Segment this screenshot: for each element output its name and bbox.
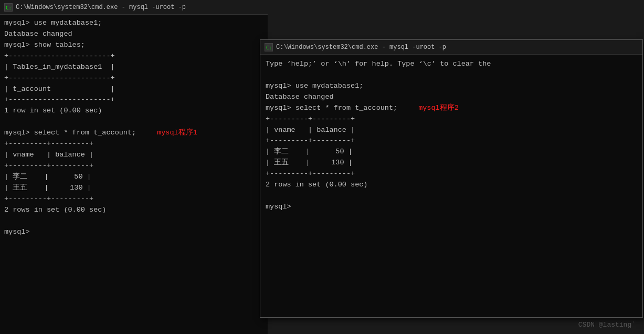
right-terminal-title: C:\Windows\system32\cmd.exe - mysql -uro… xyxy=(276,44,446,51)
left-line-18: 2 rows in set (0.00 sec) xyxy=(4,205,263,216)
cmd-icon-right: C:\ xyxy=(265,43,273,51)
right-line-7: +---------+---------+ xyxy=(266,135,637,147)
right-line-6: | vname | balance | xyxy=(266,125,637,136)
left-line-17: +---------+---------+ xyxy=(4,194,263,205)
left-terminal-title: C:\Windows\system32\cmd.exe - mysql -uro… xyxy=(16,4,186,11)
right-select-query: mysql> select * from t_account; xyxy=(266,103,397,114)
left-line-3: mysql> show tables; xyxy=(4,40,263,51)
left-select-query: mysql> select * from t_account; xyxy=(4,128,136,139)
left-terminal: C:\ C:\Windows\system32\cmd.exe - mysql … xyxy=(0,0,268,334)
left-line-11: mysql> select * from t_account; mysql程序1 xyxy=(4,128,263,139)
right-program-label: mysql程序2 xyxy=(418,103,459,114)
right-prompt: mysql> xyxy=(266,202,637,213)
svg-text:C:\: C:\ xyxy=(6,5,12,11)
left-line-6: +------------------------+ xyxy=(4,73,263,84)
left-line-1: mysql> use mydatabase1; xyxy=(4,18,263,29)
left-prompt: mysql> xyxy=(4,227,263,238)
left-line-4: +------------------------+ xyxy=(4,51,263,62)
right-line-1: Type ‘help;’ or ‘\h’ for help. Type ‘\c’… xyxy=(266,59,637,70)
right-line-blank2 xyxy=(266,191,637,202)
right-line-5: +---------+---------+ xyxy=(266,114,637,125)
left-terminal-body: mysql> use mydatabase1; Database changed… xyxy=(0,15,268,241)
left-line-7: | t_account | xyxy=(4,84,263,95)
left-line-2: Database changed xyxy=(4,29,263,40)
left-line-16: | 王五 | 130 | xyxy=(4,183,263,194)
left-line-15: | 李二 | 50 | xyxy=(4,172,263,183)
left-line-8: +------------------------+ xyxy=(4,95,263,106)
left-terminal-titlebar: C:\ C:\Windows\system32\cmd.exe - mysql … xyxy=(0,0,268,15)
left-line-5: | Tables_in_mydatabase1 | xyxy=(4,62,263,73)
left-line-10 xyxy=(4,117,263,128)
right-line-4: mysql> select * from t_account; mysql程序2 xyxy=(266,103,637,114)
right-terminal-body: Type ‘help;’ or ‘\h’ for help. Type ‘\c’… xyxy=(260,55,642,217)
right-line-10: +---------+---------+ xyxy=(266,169,637,180)
left-program-label: mysql程序1 xyxy=(157,128,197,139)
left-line-12: +---------+---------+ xyxy=(4,139,263,150)
svg-text:C:\: C:\ xyxy=(266,45,272,50)
right-line-blank1 xyxy=(266,70,637,81)
left-line-19 xyxy=(4,216,263,227)
right-line-11: 2 rows in set (0.00 sec) xyxy=(266,180,637,191)
right-line-2: mysql> use mydatabase1; xyxy=(266,81,637,92)
right-line-9: | 王五 | 130 | xyxy=(266,158,637,169)
right-line-3: Database changed xyxy=(266,92,637,103)
left-line-9: 1 row in set (0.00 sec) xyxy=(4,106,263,117)
cmd-icon: C:\ xyxy=(4,3,13,12)
right-terminal-titlebar: C:\ C:\Windows\system32\cmd.exe - mysql … xyxy=(260,40,642,55)
left-line-14: +---------+---------+ xyxy=(4,161,263,172)
left-line-13: | vname | balance | xyxy=(4,150,263,161)
right-line-8: | 李二 | 50 | xyxy=(266,147,637,158)
watermark: CSDN @lasting` xyxy=(578,321,636,329)
right-terminal: C:\ C:\Windows\system32\cmd.exe - mysql … xyxy=(260,39,643,318)
